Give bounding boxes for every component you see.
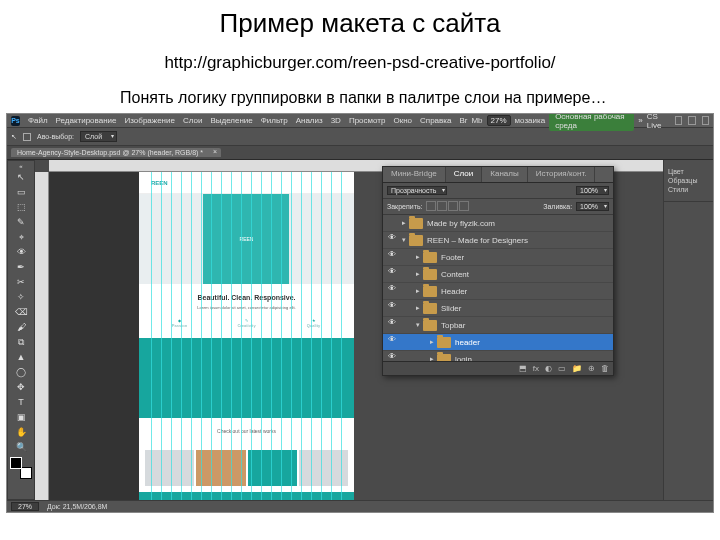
new-group-icon[interactable]: 📁 [572, 364, 582, 373]
menu-item[interactable]: Фильтр [261, 116, 288, 125]
maximize-icon[interactable] [688, 116, 695, 125]
layer-folder-row[interactable]: 👁▸Footer [383, 249, 613, 266]
history-brush-tool[interactable]: ⌫ [10, 305, 32, 319]
menu-item[interactable]: Анализ [296, 116, 323, 125]
menu-item[interactable]: Изображение [125, 116, 175, 125]
disclosure-icon[interactable]: ▸ [413, 270, 423, 278]
panel-group[interactable]: Цвет Образцы Стили [664, 160, 713, 202]
disclosure-icon[interactable]: ▸ [427, 338, 437, 346]
healing-tool[interactable]: ✒ [10, 260, 32, 274]
eraser-tool[interactable]: 🖌 [10, 320, 32, 334]
disclosure-icon[interactable]: ▸ [399, 219, 409, 227]
autoselect-checkbox[interactable] [23, 133, 31, 141]
toolbox-collapse-icon[interactable]: « [19, 163, 22, 169]
disclosure-icon[interactable]: ▾ [413, 321, 423, 329]
menu-item[interactable]: Редактирование [56, 116, 117, 125]
minibridge-icon[interactable]: Mb [471, 116, 482, 125]
marquee-tool[interactable]: ▭ [10, 185, 32, 199]
disclosure-icon[interactable]: ▸ [413, 253, 423, 261]
search-icon[interactable]: » [638, 116, 642, 125]
panel-tab[interactable]: Цвет [668, 168, 709, 175]
visibility-eye-icon[interactable]: 👁 [385, 284, 399, 298]
ruler-vertical[interactable] [35, 172, 49, 500]
wand-tool[interactable]: ✎ [10, 215, 32, 229]
type-tool[interactable]: T [10, 395, 32, 409]
disclosure-icon[interactable]: ▾ [399, 236, 409, 244]
panel-tab[interactable]: Образцы [668, 177, 709, 184]
eyedropper-tool[interactable]: 👁 [10, 245, 32, 259]
document-tab[interactable]: Home-Agency-Style-Desktop.psd @ 27% (hea… [11, 148, 221, 157]
layers-panel[interactable]: Мини-Bridge Слои Каналы История/конт. Пр… [382, 166, 614, 376]
status-doc-info: Док: 21,5M/206,8M [47, 503, 107, 510]
menu-item[interactable]: Файл [28, 116, 48, 125]
menu-item[interactable]: Окно [393, 116, 412, 125]
panel-tab[interactable]: Каналы [482, 167, 527, 182]
fill-field[interactable]: 100% [576, 202, 609, 211]
lock-label: Закрепить: [387, 203, 422, 210]
autoselect-dropdown[interactable]: Слой [80, 131, 117, 142]
adjustment-icon[interactable]: ▭ [558, 364, 566, 373]
new-layer-icon[interactable]: ⊕ [588, 364, 595, 373]
layer-tree[interactable]: ▸Made by flyzik.com👁▾REEN – Made for Des… [383, 215, 613, 361]
menu-item[interactable]: 3D [331, 116, 341, 125]
lasso-tool[interactable]: ⬚ [10, 200, 32, 214]
blur-tool[interactable]: ▲ [10, 350, 32, 364]
disclosure-icon[interactable]: ▸ [413, 304, 423, 312]
path-tool[interactable]: ▣ [10, 410, 32, 424]
cslive-button[interactable]: CS Live [647, 113, 669, 130]
lock-buttons[interactable] [426, 201, 470, 212]
visibility-eye-icon[interactable]: 👁 [385, 267, 399, 281]
visibility-eye-icon[interactable]: 👁 [385, 352, 399, 361]
close-icon[interactable] [702, 116, 709, 125]
gradient-tool[interactable]: ⧉ [10, 335, 32, 349]
layer-folder-row[interactable]: 👁▾Topbar [383, 317, 613, 334]
minimize-icon[interactable] [675, 116, 682, 125]
menu-item[interactable]: Слои [183, 116, 202, 125]
hand-tool[interactable]: ✋ [10, 425, 32, 439]
panel-tab[interactable]: История/конт. [528, 167, 596, 182]
blend-mode-dropdown[interactable]: Прозрачность [387, 186, 447, 195]
layer-folder-row[interactable]: 👁▸header [383, 334, 613, 351]
panel-tab[interactable]: Мини-Bridge [383, 167, 446, 182]
menu-item[interactable]: Справка [420, 116, 451, 125]
layer-folder-row[interactable]: 👁▸Header [383, 283, 613, 300]
pen-tool[interactable]: ✥ [10, 380, 32, 394]
crop-tool[interactable]: ⌖ [10, 230, 32, 244]
disclosure-icon[interactable]: ▸ [413, 287, 423, 295]
stamp-tool[interactable]: ✧ [10, 290, 32, 304]
menu-item[interactable]: Просмотр [349, 116, 386, 125]
screen-mode[interactable]: мозаика [515, 116, 546, 125]
panel-tab-layers[interactable]: Слои [446, 167, 482, 182]
layer-folder-row[interactable]: 👁▸login [383, 351, 613, 361]
layer-folder-row[interactable]: ▸Made by flyzik.com [383, 215, 613, 232]
workspace-selector[interactable]: Основная рабочая среда [549, 113, 634, 131]
dodge-tool[interactable]: ◯ [10, 365, 32, 379]
layer-folder-row[interactable]: 👁▸Content [383, 266, 613, 283]
color-swatches[interactable] [10, 457, 32, 479]
layer-folder-row[interactable]: 👁▾REEN – Made for Designers [383, 232, 613, 249]
visibility-eye-icon[interactable]: 👁 [385, 250, 399, 264]
status-zoom[interactable]: 27% [11, 502, 39, 511]
visibility-eye-icon[interactable]: 👁 [385, 233, 399, 247]
panel-tab[interactable]: Стили [668, 186, 709, 193]
visibility-eye-icon[interactable]: 👁 [385, 318, 399, 332]
zoom-level[interactable]: 27% [487, 115, 511, 126]
link-layers-icon[interactable]: ⬒ [519, 364, 527, 373]
bridge-icon[interactable]: Br [459, 116, 467, 125]
fx-icon[interactable]: fx [533, 364, 539, 373]
artboard[interactable]: REEN REEN Beautiful. Clean. Responsive. … [139, 172, 354, 500]
move-tool[interactable]: ↖ [10, 170, 32, 184]
disclosure-icon[interactable]: ▸ [427, 355, 437, 361]
brush-tool[interactable]: ✂ [10, 275, 32, 289]
visibility-eye-icon[interactable]: 👁 [385, 335, 399, 349]
fg-color-icon[interactable] [10, 457, 22, 469]
menu-item[interactable]: Выделение [210, 116, 252, 125]
delete-layer-icon[interactable]: 🗑 [601, 364, 609, 373]
zoom-tool[interactable]: 🔍 [10, 440, 32, 454]
tab-close-icon[interactable]: × [213, 148, 217, 155]
mask-icon[interactable]: ◐ [545, 364, 552, 373]
layer-folder-row[interactable]: 👁▸Slider [383, 300, 613, 317]
opacity-field[interactable]: 100% [576, 186, 609, 195]
visibility-eye-icon[interactable]: 👁 [385, 301, 399, 315]
visibility-eye-icon[interactable] [385, 216, 399, 230]
